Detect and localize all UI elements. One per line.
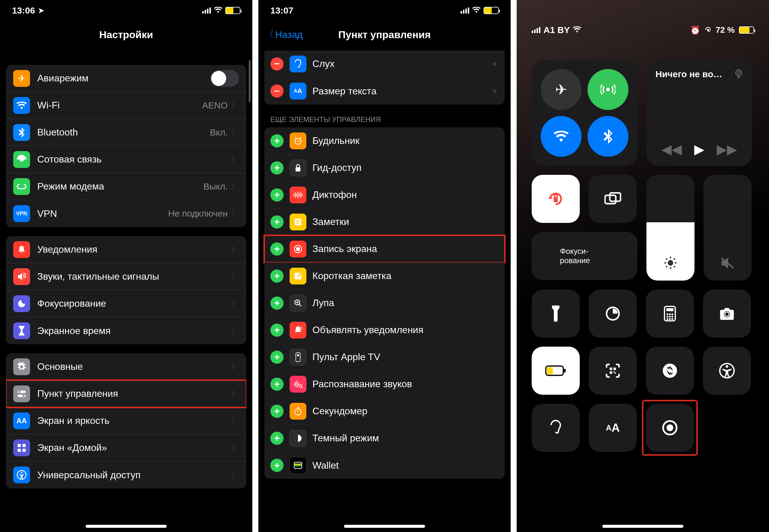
add-button[interactable]: +	[270, 161, 284, 175]
row-label: Распознавание звуков	[312, 378, 497, 390]
wifi-icon	[13, 97, 30, 114]
dark-mode-icon	[290, 430, 306, 447]
record-icon	[290, 241, 306, 257]
row-hotspot[interactable]: Режим модема Выкл. 〉	[6, 173, 246, 200]
flashlight-button[interactable]	[532, 290, 580, 338]
row-cellular[interactable]: Сотовая связь 〉	[6, 146, 246, 173]
nav-bar: 〈 Назад Пункт управления	[258, 21, 511, 48]
cc-row-dark-mode[interactable]: + Темный режим	[264, 425, 505, 452]
row-wifi[interactable]: Wi-Fi AENO 〉	[6, 92, 246, 119]
cc-row-screen-recording[interactable]: + Запись экрана	[264, 236, 505, 263]
hearing-button[interactable]	[532, 404, 580, 452]
cc-row-text-size[interactable]: − AA Размер текста ≡	[264, 78, 505, 105]
svg-point-39	[671, 313, 673, 315]
row-sounds[interactable]: Звуки, тактильные сигналы 〉	[6, 263, 246, 290]
remove-button[interactable]: −	[270, 84, 284, 98]
svg-point-27	[606, 88, 610, 92]
cellular-toggle[interactable]	[588, 69, 628, 110]
row-vpn[interactable]: VPN VPN Не подключен 〉	[6, 200, 246, 227]
volume-slider[interactable]	[704, 175, 752, 281]
row-notifications[interactable]: Уведомления 〉	[6, 236, 246, 263]
back-button[interactable]: 〈 Назад	[264, 28, 303, 41]
home-indicator[interactable]	[344, 525, 425, 528]
cc-row-apple-tv[interactable]: + Пульт Apple TV	[264, 344, 505, 371]
row-airplane[interactable]: ✈ Авиарежим	[6, 65, 246, 92]
text-size-button[interactable]: AA	[589, 404, 637, 452]
cc-row-quick-note[interactable]: + Короткая заметка	[264, 263, 505, 290]
bluetooth-toggle[interactable]	[588, 116, 628, 157]
cc-row-wallet[interactable]: + Wallet	[264, 452, 505, 479]
add-button[interactable]: +	[270, 405, 284, 418]
add-button[interactable]: +	[270, 188, 284, 202]
row-display[interactable]: AA Экран и яркость 〉	[6, 407, 246, 434]
rotation-lock-toggle[interactable]	[532, 175, 580, 223]
cellular-icon	[13, 151, 30, 168]
wifi-icon	[573, 26, 581, 35]
add-button[interactable]: +	[270, 134, 284, 147]
row-bluetooth[interactable]: Bluetooth Вкл. 〉	[6, 119, 246, 146]
mute-icon	[704, 257, 752, 272]
row-screentime[interactable]: Экранное время 〉	[6, 317, 246, 344]
drag-handle[interactable]: ≡	[493, 60, 497, 68]
remove-button[interactable]: −	[270, 57, 284, 71]
chevron-right-icon: 〉	[231, 298, 239, 309]
row-general[interactable]: Основные 〉	[6, 353, 246, 380]
screen-mirroring-button[interactable]	[589, 175, 637, 223]
next-track-button[interactable]: ▶▶	[717, 141, 737, 157]
wifi-toggle[interactable]	[541, 116, 582, 157]
add-button[interactable]: +	[270, 269, 284, 283]
gear-icon	[13, 358, 30, 375]
focus-button[interactable]: Фокуси- рование	[532, 232, 637, 280]
row-accessibility[interactable]: Универсальный доступ 〉	[6, 461, 246, 488]
signal-icon	[532, 27, 540, 33]
cc-row-voice-memos[interactable]: + Диктофон	[264, 181, 505, 208]
accessibility-shortcut-button[interactable]	[703, 347, 751, 395]
cc-row-hearing[interactable]: − Слух ≡	[264, 50, 505, 78]
scroll-indicator[interactable]	[249, 60, 251, 102]
cc-row-stopwatch[interactable]: + Секундомер	[264, 398, 505, 425]
svg-rect-24	[294, 464, 302, 465]
add-button[interactable]: +	[270, 459, 284, 472]
airplane-toggle[interactable]: ✈	[541, 69, 582, 110]
row-focus[interactable]: Фокусирование 〉	[6, 290, 246, 317]
row-label: Wallet	[312, 460, 497, 471]
row-label: Универсальный доступ	[37, 470, 231, 481]
prev-track-button[interactable]: ◀◀	[661, 141, 682, 157]
cc-row-notes[interactable]: + Заметки	[264, 208, 505, 236]
svg-point-40	[667, 316, 668, 318]
timer-button[interactable]	[589, 290, 637, 338]
svg-rect-18	[296, 353, 300, 362]
airplane-switch[interactable]	[210, 70, 239, 87]
add-button[interactable]: +	[270, 242, 284, 256]
cc-row-sound-recognition[interactable]: + Распознавание звуков	[264, 371, 505, 398]
row-homescreen[interactable]: Экран «Домой» 〉	[6, 434, 246, 461]
calculator-button[interactable]	[646, 290, 694, 338]
cc-row-guided-access[interactable]: + Гид-доступ	[264, 154, 505, 181]
media-module[interactable]: Ничего не во… ◀◀ ▶ ▶▶	[646, 60, 752, 166]
add-button[interactable]: +	[270, 351, 284, 364]
svg-rect-30	[554, 197, 558, 202]
chevron-right-icon: 〉	[231, 244, 239, 255]
home-indicator[interactable]	[86, 525, 167, 528]
add-button[interactable]: +	[270, 296, 284, 310]
add-button[interactable]: +	[270, 378, 284, 391]
row-control-center[interactable]: Пункт управления 〉	[6, 380, 246, 407]
chevron-right-icon: 〉	[231, 470, 239, 480]
shazam-button[interactable]	[646, 347, 694, 395]
airplay-icon[interactable]	[734, 68, 744, 81]
home-indicator[interactable]	[602, 525, 683, 528]
add-button[interactable]: +	[270, 432, 284, 445]
play-button[interactable]: ▶	[694, 141, 704, 157]
add-button[interactable]: +	[270, 215, 284, 229]
add-button[interactable]: +	[270, 324, 284, 337]
camera-button[interactable]	[703, 290, 751, 338]
svg-rect-8	[23, 448, 26, 452]
cc-row-alarm[interactable]: + Будильник	[264, 127, 505, 154]
qr-scanner-button[interactable]	[589, 347, 637, 395]
drag-handle[interactable]: ≡	[493, 87, 497, 95]
cc-row-announce[interactable]: + Объявлять уведомления	[264, 317, 505, 344]
cc-row-magnifier[interactable]: + Лупа	[264, 290, 505, 317]
low-power-toggle[interactable]	[532, 347, 580, 395]
notes-icon	[290, 214, 306, 230]
brightness-slider[interactable]	[646, 175, 695, 281]
